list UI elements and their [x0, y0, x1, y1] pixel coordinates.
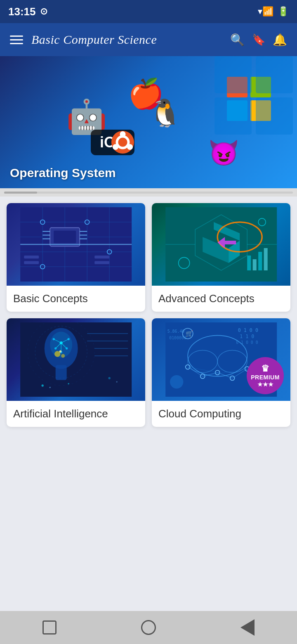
svg-text:1 1 0: 1 1 0 [240, 334, 254, 339]
card-cloud-computing[interactable]: 🛒 0 1 0 0 1 1 0 0 1 0 0 0 [152, 318, 290, 427]
scroll-indicator [0, 188, 297, 197]
status-time: 13:15 ⊙ [8, 5, 47, 18]
windows10-bg [214, 56, 297, 140]
svg-point-72 [61, 354, 65, 358]
svg-text:0 1 0 0 0: 0 1 0 0 0 [236, 340, 258, 345]
card-image-basic [7, 203, 145, 286]
svg-rect-6 [214, 97, 252, 135]
svg-point-80 [41, 384, 43, 386]
svg-rect-53 [258, 252, 262, 270]
banner-background: 🤖 🍎 🐧 iOS 😈 [0, 56, 297, 188]
status-icons: ▾📶 🔋 [258, 6, 289, 17]
wifi-icon: ▾📶 [258, 6, 273, 17]
search-icon[interactable]: 🔍 [230, 33, 245, 47]
card-label-advanced: Advanced Concepts [152, 286, 290, 312]
card-label-ai: Artificial Intelligence [7, 401, 145, 427]
premium-label: PREMIUM [251, 374, 280, 381]
svg-rect-54 [264, 248, 267, 270]
battery-icon: 🔋 [278, 6, 289, 17]
svg-point-73 [59, 350, 61, 353]
svg-rect-37 [94, 261, 109, 264]
hamburger-menu-button[interactable] [10, 36, 23, 44]
premium-stars-icon: ★★★ [257, 381, 273, 388]
svg-point-82 [68, 383, 69, 385]
svg-point-84 [116, 381, 118, 383]
card-image-cloud: 🛒 0 1 0 0 1 1 0 0 1 0 0 0 [152, 318, 290, 401]
svg-rect-38 [24, 256, 39, 258]
svg-rect-36 [94, 256, 109, 258]
header-right: 🔍 🔖 🔔 [230, 33, 287, 47]
premium-crown-icon: ♛ [261, 363, 269, 374]
svg-rect-51 [247, 256, 251, 270]
svg-point-10 [120, 131, 126, 137]
banner: 🤖 🍎 🐧 iOS 😈 [0, 56, 297, 188]
svg-text:🛒: 🛒 [186, 330, 193, 337]
at-icon: ⊙ [40, 6, 47, 17]
card-image-advanced [152, 203, 290, 286]
premium-badge: ♛ PREMIUM ★★★ [247, 357, 284, 394]
card-label-cloud: Cloud Computing [152, 401, 290, 427]
status-bar: 13:15 ⊙ ▾📶 🔋 [0, 0, 297, 23]
cards-grid: Basic Concepts [0, 197, 297, 433]
svg-rect-39 [24, 261, 39, 264]
svg-rect-52 [252, 259, 256, 270]
home-button[interactable] [137, 616, 160, 639]
menu-line-3 [10, 43, 23, 44]
clock: 13:15 [8, 5, 36, 18]
app-title: Basic Computer Science [31, 33, 157, 47]
svg-point-81 [49, 387, 51, 388]
svg-text:5.86.40: 5.86.40 [167, 329, 184, 334]
bsd-icon: 😈 [208, 138, 239, 168]
ubuntu-icon [111, 131, 134, 155]
linux-tux-icon: 🐧 [148, 97, 182, 129]
bookmark-icon[interactable]: 🔖 [252, 33, 265, 46]
menu-line-1 [10, 36, 23, 37]
svg-rect-5 [256, 56, 293, 93]
svg-text:0100000: 0100000 [169, 336, 186, 340]
svg-point-11 [127, 144, 133, 150]
bell-icon[interactable]: 🔔 [273, 33, 287, 47]
card-ai[interactable]: Artificial Intelligence [7, 318, 145, 427]
triangle-icon [240, 619, 255, 636]
scroll-track [4, 192, 293, 194]
scroll-thumb [4, 192, 37, 194]
banner-label: Operating System [10, 166, 116, 180]
card-label-basic: Basic Concepts [7, 286, 145, 312]
circle-icon [141, 620, 156, 635]
svg-point-105 [170, 375, 183, 388]
card-basic-concepts[interactable]: Basic Concepts [7, 203, 145, 312]
svg-text:0 1 0 0: 0 1 0 0 [238, 327, 258, 333]
bottom-navigation [0, 611, 297, 644]
menu-line-2 [10, 39, 23, 40]
app-header: Basic Computer Science 🔍 🔖 🔔 [0, 23, 297, 56]
card-image-ai [7, 318, 145, 401]
svg-point-12 [113, 144, 118, 150]
svg-rect-28 [54, 231, 76, 244]
card-advanced-concepts[interactable]: Advanced Concepts [152, 203, 290, 312]
header-left: Basic Computer Science [10, 33, 157, 47]
svg-point-83 [108, 377, 110, 379]
svg-rect-7 [256, 97, 293, 135]
square-icon [42, 620, 57, 635]
svg-rect-4 [214, 56, 252, 93]
back-button[interactable] [236, 616, 259, 639]
recent-apps-button[interactable] [38, 616, 61, 639]
